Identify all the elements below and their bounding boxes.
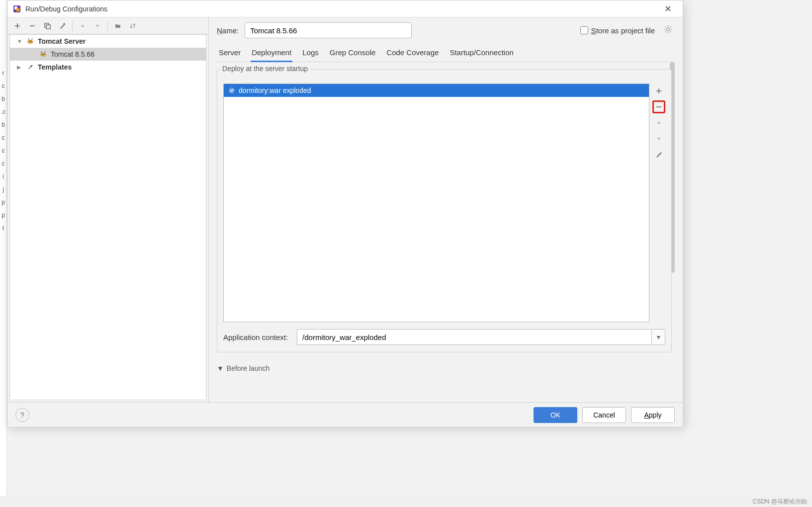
deploy-artifact-list[interactable]: dormitory:war exploded [223, 84, 649, 322]
application-context-row: Application context: ▾ [223, 329, 665, 345]
tab-code-coverage[interactable]: Code Coverage [385, 44, 440, 62]
apply-button[interactable]: Apply [631, 407, 675, 423]
add-config-button[interactable] [10, 19, 24, 32]
deploy-legend: Deploy at the server startup [220, 65, 310, 73]
cancel-button[interactable]: Cancel [582, 407, 626, 423]
configuration-editor-pane: Name: Store as project file Server Deplo… [209, 17, 683, 402]
svg-point-8 [31, 41, 32, 42]
tomcat-icon [39, 50, 48, 58]
tree-label: Tomcat 8.5.66 [51, 50, 94, 58]
close-button[interactable]: ✕ [658, 1, 678, 16]
tab-grep-console[interactable]: Grep Console [329, 44, 377, 62]
before-launch-section[interactable]: ▼ Before launch [217, 364, 672, 372]
deploy-list-toolbar [652, 84, 665, 322]
config-tabs: Server Deployment Logs Grep Console Code… [217, 44, 675, 62]
tree-node-tomcat-8566[interactable]: Tomcat 8.5.66 [10, 48, 206, 61]
tab-startup-connection[interactable]: Startup/Connection [449, 44, 514, 62]
add-artifact-button[interactable] [652, 84, 665, 97]
artifact-label: dormitory:war exploded [239, 86, 311, 94]
svg-point-9 [40, 53, 46, 57]
tab-deployment[interactable]: Deployment [251, 44, 292, 62]
configurations-toolbar [7, 17, 208, 34]
expand-arrow-icon: ▼ [217, 364, 224, 372]
dropdown-arrow-icon[interactable]: ▾ [651, 329, 665, 345]
svg-rect-4 [46, 25, 50, 29]
tomcat-icon [26, 37, 35, 45]
sort-button[interactable] [126, 19, 140, 32]
remove-artifact-button[interactable] [652, 100, 665, 113]
collapse-arrow-icon: ▶ [17, 64, 23, 71]
move-up-button[interactable] [76, 19, 90, 32]
application-context-label: Application context: [223, 333, 288, 341]
dialog-footer: ? OK Cancel Apply [7, 402, 683, 427]
copy-config-button[interactable] [40, 19, 54, 32]
help-button[interactable]: ? [15, 408, 29, 422]
tree-label: Tomcat Server [38, 37, 86, 45]
gear-icon[interactable] [664, 25, 675, 36]
tab-content-deployment: Deploy at the server startup dormitory:w… [217, 62, 675, 402]
name-row: Name: Store as project file [217, 22, 675, 38]
watermark-text: CSDN @马察哈尔灿 [752, 498, 807, 506]
svg-point-7 [29, 41, 30, 42]
application-context-combo[interactable]: ▾ [297, 329, 665, 345]
toolbar-separator [72, 21, 73, 31]
ide-status-bar: CSDN @马察哈尔灿 [0, 496, 812, 507]
expand-arrow-icon: ▼ [17, 38, 23, 44]
tab-server[interactable]: Server [218, 44, 242, 62]
tree-label: Templates [38, 63, 72, 71]
background-editor-strip: rcb.cbcccijppt [0, 0, 7, 507]
run-debug-configurations-dialog: Run/Debug Configurations ✕ ▼ Tomc [7, 0, 683, 427]
ok-button[interactable]: OK [534, 407, 577, 423]
deploy-fieldset: Deploy at the server startup dormitory:w… [217, 69, 672, 352]
wrench-icon [26, 63, 35, 71]
config-name-input[interactable] [245, 22, 412, 38]
svg-point-11 [44, 54, 45, 55]
name-label: Name: [217, 26, 239, 35]
tree-node-tomcat-server[interactable]: ▼ Tomcat Server [10, 35, 206, 48]
titlebar: Run/Debug Configurations ✕ [7, 0, 683, 17]
app-icon [12, 4, 21, 13]
remove-config-button[interactable] [25, 19, 39, 32]
before-launch-label: Before launch [227, 364, 270, 372]
artifact-icon [228, 86, 236, 94]
folder-button[interactable] [111, 19, 125, 32]
deploy-artifact-item[interactable]: dormitory:war exploded [224, 84, 649, 97]
edit-config-button[interactable] [55, 19, 69, 32]
tree-node-templates[interactable]: ▶ Templates [10, 61, 206, 74]
edit-artifact-button[interactable] [652, 148, 665, 161]
toolbar-separator [107, 21, 108, 31]
move-down-button[interactable] [90, 19, 104, 32]
move-artifact-down-button[interactable] [652, 132, 665, 145]
svg-point-12 [667, 28, 670, 31]
svg-rect-2 [16, 8, 19, 11]
dialog-title: Run/Debug Configurations [25, 5, 658, 13]
svg-point-5 [64, 23, 65, 24]
tab-logs[interactable]: Logs [301, 44, 320, 62]
svg-point-10 [42, 54, 43, 55]
application-context-input[interactable] [297, 329, 651, 345]
store-checkbox-input[interactable] [580, 26, 588, 34]
move-artifact-up-button[interactable] [652, 116, 665, 129]
deploy-area: dormitory:war exploded [223, 84, 665, 322]
dialog-body: ▼ Tomcat Server Tomcat 8.5.66 ▶ Template… [7, 17, 683, 402]
svg-point-6 [27, 40, 33, 44]
store-as-project-file-checkbox[interactable]: Store as project file [580, 26, 655, 35]
configurations-tree[interactable]: ▼ Tomcat Server Tomcat 8.5.66 ▶ Template… [9, 34, 206, 400]
configurations-pane: ▼ Tomcat Server Tomcat 8.5.66 ▶ Template… [7, 17, 209, 402]
